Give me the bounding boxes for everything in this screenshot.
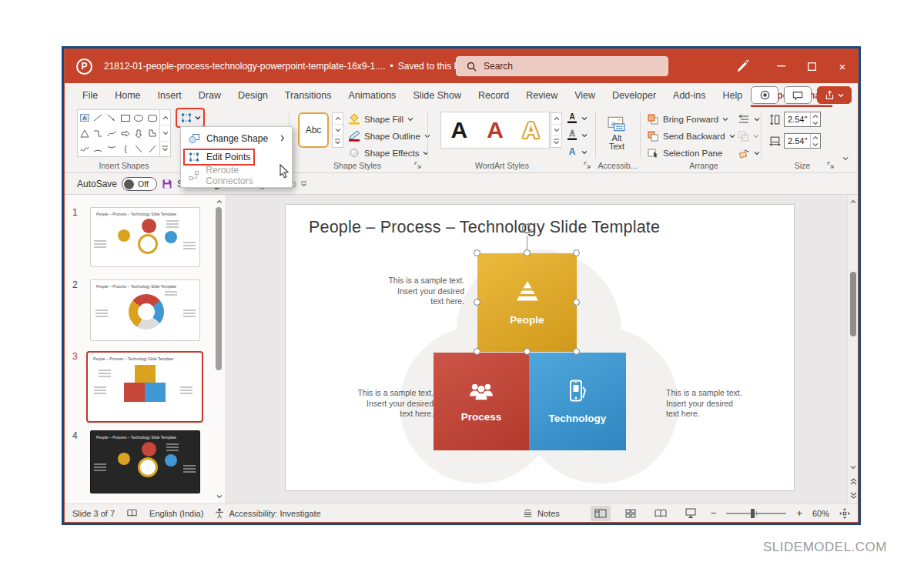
rotate-button[interactable] bbox=[738, 145, 760, 161]
shape-elbow-connector[interactable] bbox=[92, 125, 105, 141]
tab-record[interactable]: Record bbox=[470, 83, 517, 107]
reading-view-button[interactable] bbox=[651, 506, 671, 521]
styles-more-icon[interactable] bbox=[333, 136, 343, 147]
accessibility-status[interactable]: Accessibility: Investigate bbox=[215, 508, 320, 519]
height-spin-up-icon[interactable] bbox=[811, 112, 820, 119]
sample-text-left-top[interactable]: This is a sample text.Insert your desire… bbox=[360, 276, 464, 307]
wordart-dialog-launcher-icon[interactable] bbox=[582, 160, 591, 169]
share-button[interactable] bbox=[817, 86, 852, 104]
selection-handle[interactable] bbox=[474, 299, 480, 306]
tab-review[interactable]: Review bbox=[517, 83, 566, 107]
gallery-scroll-down-icon[interactable] bbox=[160, 125, 170, 141]
group-objects-button[interactable] bbox=[738, 128, 759, 144]
shape-arc[interactable] bbox=[92, 141, 105, 156]
menu-item-edit-points[interactable]: Edit Points bbox=[181, 148, 292, 166]
tab-developer[interactable]: Developer bbox=[604, 83, 665, 107]
tab-design[interactable]: Design bbox=[229, 83, 276, 107]
text-effects-button[interactable]: A bbox=[567, 144, 588, 160]
shape-styles-dialog-launcher-icon[interactable] bbox=[413, 160, 422, 169]
slide-thumbnail-3-selected[interactable]: People – Process – Technology Slide Temp… bbox=[86, 351, 203, 423]
wordart-style-gold[interactable]: A bbox=[523, 119, 540, 142]
pen-icon[interactable] bbox=[725, 49, 759, 83]
tab-add-ins[interactable]: Add-ins bbox=[665, 83, 714, 107]
fit-slide-icon[interactable] bbox=[839, 508, 850, 519]
zoom-out-icon[interactable]: − bbox=[711, 507, 717, 519]
selection-handle[interactable] bbox=[474, 348, 480, 355]
slide-indicator[interactable]: Slide 3 of 7 bbox=[72, 509, 115, 518]
slide-thumbnail-2[interactable]: People – Process – Technology Slide Temp… bbox=[90, 279, 200, 341]
shape-outline-button[interactable]: Shape Outline bbox=[348, 128, 430, 144]
rotate-handle-icon[interactable] bbox=[520, 222, 534, 236]
slide-title[interactable]: People – Process – Technology Slide Temp… bbox=[309, 218, 660, 237]
wordart-more-icon[interactable] bbox=[551, 136, 561, 147]
tab-view[interactable]: View bbox=[566, 83, 604, 107]
collapse-ribbon-icon[interactable] bbox=[842, 150, 849, 166]
maximize-button[interactable] bbox=[796, 49, 827, 83]
wordart-scroll-up-icon[interactable] bbox=[551, 113, 561, 125]
autosave-control[interactable]: AutoSave Off bbox=[77, 173, 157, 195]
vertical-scrollbar[interactable] bbox=[847, 195, 858, 503]
shape-arrow-right[interactable] bbox=[119, 125, 132, 141]
notes-button[interactable]: Notes bbox=[522, 508, 560, 518]
styles-scroll-up-icon[interactable] bbox=[333, 113, 343, 125]
shape-style-preview[interactable]: Abc bbox=[298, 112, 329, 148]
alt-text-button[interactable]: Alt Text bbox=[601, 111, 633, 156]
shape-triangle[interactable] bbox=[78, 125, 92, 141]
tab-file[interactable]: File bbox=[74, 83, 106, 107]
minimize-button[interactable] bbox=[765, 49, 796, 83]
zoom-in-icon[interactable]: + bbox=[796, 507, 802, 519]
people-shape[interactable]: People bbox=[477, 253, 577, 352]
shape-height-input[interactable] bbox=[785, 112, 810, 126]
shape-line-diag2[interactable] bbox=[146, 141, 159, 156]
shape-textbox[interactable]: A bbox=[78, 110, 92, 125]
shape-corner[interactable] bbox=[146, 125, 159, 141]
comments-button[interactable] bbox=[784, 86, 812, 104]
gallery-scroll-up-icon[interactable] bbox=[160, 110, 170, 125]
shape-line[interactable] bbox=[92, 110, 105, 125]
selection-handle[interactable] bbox=[524, 249, 531, 256]
spellcheck-icon[interactable] bbox=[126, 508, 138, 518]
scroll-down-icon[interactable] bbox=[848, 462, 859, 473]
tab-help[interactable]: Help bbox=[714, 83, 751, 107]
shape-curve[interactable] bbox=[105, 125, 119, 141]
wordart-scroll-down-icon[interactable] bbox=[551, 125, 561, 136]
slide-thumbnail-1[interactable]: People – Process – Technology Slide Temp… bbox=[90, 207, 200, 267]
wordart-style-black[interactable]: A bbox=[450, 119, 467, 142]
next-slide-icon[interactable] bbox=[848, 490, 859, 500]
slide-thumbnail-4[interactable]: People – Process – Technology Slide Temp… bbox=[90, 430, 200, 493]
tab-insert[interactable]: Insert bbox=[149, 83, 190, 107]
size-dialog-launcher-icon[interactable] bbox=[825, 160, 835, 169]
shape-effects-button[interactable]: Shape Effects bbox=[348, 145, 429, 161]
process-shape[interactable]: Process bbox=[434, 353, 529, 450]
shape-scribble[interactable] bbox=[78, 141, 92, 156]
text-outline-button[interactable]: A bbox=[567, 127, 588, 143]
thumbnail-scrollbar[interactable] bbox=[214, 196, 223, 502]
selection-handle[interactable] bbox=[573, 348, 580, 355]
search-box[interactable]: Search bbox=[456, 56, 668, 76]
slide-sorter-button[interactable] bbox=[621, 506, 641, 521]
selection-handle[interactable] bbox=[474, 249, 480, 256]
bring-forward-button[interactable]: Bring Forward bbox=[647, 111, 728, 127]
shape-rectangle[interactable] bbox=[119, 110, 132, 125]
powerpoint-logo-icon[interactable]: P bbox=[76, 59, 92, 75]
shape-rounded-rectangle[interactable] bbox=[146, 110, 159, 125]
selection-handle[interactable] bbox=[573, 299, 580, 306]
scroll-up-icon[interactable] bbox=[848, 196, 859, 207]
close-button[interactable]: × bbox=[827, 49, 858, 83]
selection-handle[interactable] bbox=[573, 249, 580, 256]
styles-scroll-down-icon[interactable] bbox=[333, 125, 343, 136]
tab-transitions[interactable]: Transitions bbox=[276, 83, 340, 107]
thumb-scroll-down-icon[interactable] bbox=[214, 491, 225, 502]
shape-arc-down[interactable] bbox=[105, 141, 119, 156]
tab-animations[interactable]: Animations bbox=[340, 83, 405, 107]
tab-draw[interactable]: Draw bbox=[190, 83, 229, 107]
shape-fill-button[interactable]: Shape Fill bbox=[348, 111, 413, 127]
qat-overflow-icon[interactable] bbox=[300, 173, 307, 195]
zoom-slider-thumb[interactable] bbox=[751, 509, 755, 518]
menu-item-change-shape[interactable]: Change Shape bbox=[181, 129, 292, 148]
zoom-slider[interactable] bbox=[726, 513, 786, 514]
selection-pane-button[interactable]: Selection Pane bbox=[647, 145, 722, 161]
thumb-scroll-up-icon[interactable] bbox=[214, 196, 225, 207]
shape-arrow-down[interactable] bbox=[132, 125, 146, 141]
shape-oval[interactable] bbox=[132, 110, 146, 125]
